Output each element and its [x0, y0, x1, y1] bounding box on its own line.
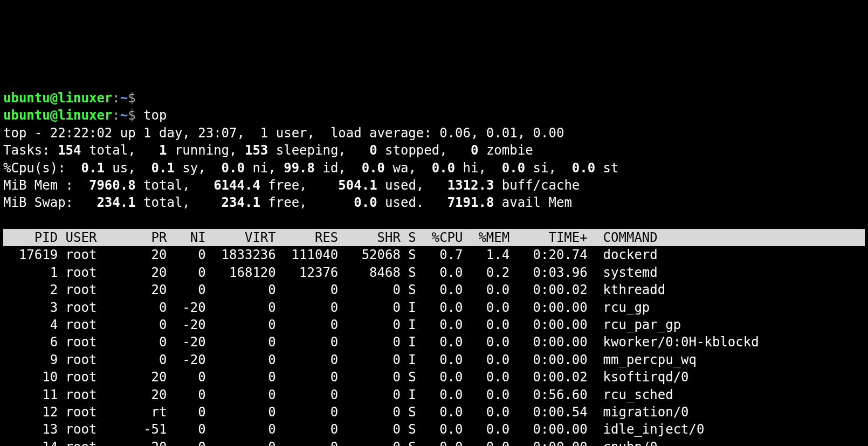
command-entered: top — [143, 108, 167, 123]
top-swap-line: MiB Swap: 234.1 total, 234.1 free, 0.0 u… — [3, 195, 572, 210]
process-table-header: PID USER PR NI VIRT RES SHR S %CPU %MEM … — [3, 229, 865, 246]
shell-prompt: ubuntu@linuxer:~$ — [3, 108, 136, 123]
shell-prompt: ubuntu@linuxer:~$ — [3, 90, 136, 106]
process-list: 17619 root 20 0 1833236 111040 52068 S 0… — [3, 246, 865, 446]
top-tasks-line: Tasks: 154 total, 1 running, 153 sleepin… — [3, 143, 533, 158]
top-mem-line: MiB Mem : 7960.8 total, 6144.4 free, 504… — [3, 178, 580, 193]
top-cpu-line: %Cpu(s): 0.1 us, 0.1 sy, 0.0 ni, 99.8 id… — [3, 161, 619, 176]
top-summary-line: top - 22:22:02 up 1 day, 23:07, 1 user, … — [3, 126, 564, 141]
terminal-window[interactable]: ubuntu@linuxer:~$ ubuntu@linuxer:~$ top … — [0, 87, 868, 446]
